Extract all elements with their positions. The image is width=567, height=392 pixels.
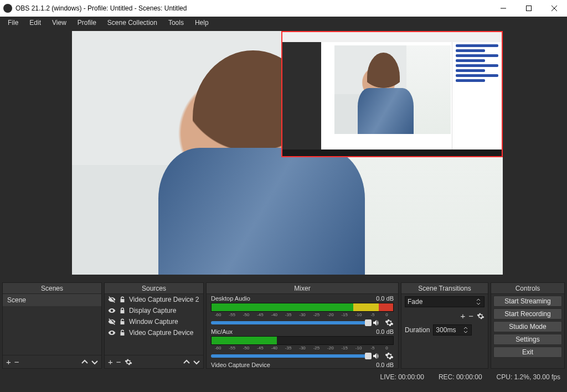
menubar: File Edit View Profile Scene Collection … (0, 17, 567, 29)
scenes-header: Scenes (3, 283, 101, 294)
source-name: Display Capture (129, 307, 176, 314)
mixer-channel: Mic/Aux0.0 dB-60-55-50-45-40-35-30-25-20… (207, 327, 398, 360)
duration-value: 300ms (436, 326, 462, 334)
mixer-channel-db: 0.0 dB (376, 328, 394, 335)
app-icon (3, 4, 12, 13)
spin-arrows-icon (462, 327, 469, 333)
mixer-channel: Video Capture Device0.0 dB-60-55-50-45-4… (207, 360, 398, 368)
transitions-header: Scene Transitions (401, 283, 488, 294)
speaker-icon[interactable] (372, 318, 382, 327)
scenes-remove-button[interactable]: − (14, 358, 19, 366)
lock-open-icon[interactable] (119, 329, 126, 337)
sources-move-up-button[interactable] (183, 359, 190, 365)
menu-scene-collection[interactable]: Scene Collection (103, 18, 162, 28)
start-recording-button[interactable]: Start Recording (493, 308, 562, 319)
gear-icon[interactable] (385, 352, 394, 360)
lock-icon[interactable] (119, 307, 126, 314)
eye-icon[interactable] (108, 329, 116, 337)
minimize-button[interactable] (491, 0, 516, 17)
mixer-header: Mixer (207, 283, 398, 294)
eye-off-icon[interactable] (108, 318, 116, 326)
volume-slider[interactable] (211, 321, 368, 324)
scene-item[interactable]: Scene (3, 294, 101, 306)
exit-button[interactable]: Exit (493, 347, 562, 358)
transition-select-value: Fade (408, 298, 422, 306)
source-row[interactable]: Video Capture Device (105, 327, 203, 338)
menu-view[interactable]: View (48, 18, 71, 28)
titlebar: OBS 21.1.2 (windows) - Profile: Untitled… (0, 0, 567, 17)
lock-open-icon[interactable] (119, 296, 126, 303)
meter-ticks: -60-55-50-45-40-35-30-25-20-15-10-50 (211, 345, 394, 350)
duration-input[interactable]: 300ms (433, 324, 472, 336)
source-row[interactable]: Display Capture (105, 305, 203, 316)
menu-tools[interactable]: Tools (164, 18, 188, 28)
source-row[interactable]: Window Capture (105, 316, 203, 327)
scenes-list[interactable]: Scene (3, 294, 101, 355)
scenes-panel: Scenes Scene + − (2, 282, 102, 369)
statusbar: LIVE: 00:00:00 REC: 00:00:00 CPU: 1.2%, … (0, 371, 567, 383)
scenes-move-up-button[interactable] (81, 359, 88, 365)
mixer-channel-name: Video Capture Device (211, 362, 270, 368)
source-name: Video Capture Device 2 (129, 296, 199, 303)
maximize-button[interactable] (516, 0, 542, 17)
meter-ticks: -60-55-50-45-40-35-30-25-20-15-10-50 (211, 312, 394, 317)
transition-properties-button[interactable] (477, 312, 484, 320)
mixer-channel-name: Mic/Aux (211, 328, 233, 335)
mixer-channel-db: 0.0 dB (376, 362, 394, 368)
sources-panel: Sources Video Capture Device 2Display Ca… (104, 282, 204, 369)
scenes-move-down-button[interactable] (91, 359, 98, 365)
status-live: LIVE: 00:00:00 (380, 373, 424, 381)
scenes-add-button[interactable]: + (6, 358, 11, 366)
sources-list[interactable]: Video Capture Device 2Display CaptureWin… (105, 294, 203, 355)
audio-meter (211, 336, 394, 345)
audio-meter (211, 303, 394, 312)
window-title: OBS 21.1.2 (windows) - Profile: Untitled… (16, 4, 491, 12)
sources-remove-button[interactable]: − (116, 358, 121, 366)
sources-move-down-button[interactable] (193, 359, 200, 365)
source-name: Video Capture Device (129, 329, 194, 337)
mixer-channel-db: 0.0 dB (376, 295, 394, 302)
volume-slider[interactable] (211, 354, 368, 358)
studio-mode-button[interactable]: Studio Mode (493, 321, 562, 332)
lock-open-icon[interactable] (119, 318, 126, 326)
start-streaming-button[interactable]: Start Streaming (493, 296, 562, 307)
spin-arrows-icon (475, 298, 482, 305)
preview-area (0, 29, 567, 280)
mixer-panel: Mixer Desktop Audio0.0 dB-60-55-50-45-40… (206, 282, 399, 369)
menu-edit[interactable]: Edit (25, 18, 45, 28)
transition-remove-button[interactable]: − (468, 312, 473, 320)
duration-label: Duration (405, 326, 430, 334)
eye-icon[interactable] (108, 307, 116, 314)
menu-profile[interactable]: Profile (73, 18, 101, 28)
transition-select[interactable]: Fade (405, 296, 484, 307)
sources-header: Sources (105, 283, 203, 294)
close-button[interactable] (542, 0, 567, 17)
menu-help[interactable]: Help (190, 18, 213, 28)
status-cpu: CPU: 1.2%, 30.00 fps (497, 373, 560, 381)
transitions-panel: Scene Transitions Fade + − Duration 300m… (401, 282, 488, 369)
status-rec: REC: 00:00:00 (439, 373, 482, 381)
preview-canvas[interactable] (72, 31, 503, 275)
bottom-panels: Scenes Scene + − Sources Video Capture D… (0, 280, 567, 371)
source-name: Window Capture (129, 318, 178, 326)
eye-off-icon[interactable] (108, 296, 116, 303)
transition-add-button[interactable]: + (460, 312, 465, 320)
mixer-channel: Desktop Audio0.0 dB-60-55-50-45-40-35-30… (207, 294, 398, 327)
controls-header: Controls (491, 283, 564, 294)
source-row[interactable]: Video Capture Device 2 (105, 294, 203, 305)
display-capture-overlay[interactable] (281, 31, 503, 157)
svg-rect-1 (527, 6, 532, 11)
sources-add-button[interactable]: + (108, 358, 113, 366)
mixer-channel-name: Desktop Audio (211, 295, 250, 302)
menu-file[interactable]: File (3, 18, 23, 28)
sources-properties-button[interactable] (125, 358, 132, 366)
controls-panel: Controls Start Streaming Start Recording… (491, 282, 565, 369)
mixer-body: Desktop Audio0.0 dB-60-55-50-45-40-35-30… (207, 294, 398, 368)
gear-icon[interactable] (385, 318, 394, 327)
speaker-icon[interactable] (372, 352, 382, 360)
settings-button[interactable]: Settings (493, 334, 562, 345)
